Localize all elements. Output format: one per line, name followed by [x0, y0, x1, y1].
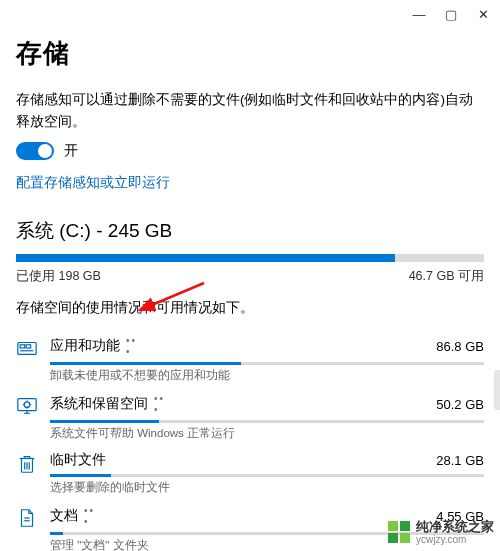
- svg-rect-1: [20, 345, 25, 348]
- category-bar: [50, 420, 484, 423]
- watermark: 纯净系统之家 ycwjzy.com: [388, 520, 494, 545]
- category-body: 临时文件28.1 GB选择要删除的临时文件: [50, 451, 484, 495]
- category-apps[interactable]: 应用和功能•• •86.8 GB卸载未使用或不想要的应用和功能: [16, 329, 484, 387]
- loading-dots-icon: •• •: [84, 505, 104, 527]
- category-bar-fill: [50, 420, 159, 423]
- drive-free-label: 46.7 GB 可用: [409, 268, 484, 285]
- storage-categories: 应用和功能•• •86.8 GB卸载未使用或不想要的应用和功能系统和保留空间••…: [16, 329, 484, 551]
- document-icon: [16, 507, 38, 529]
- category-subtext: 系统文件可帮助 Windows 正常运行: [50, 426, 484, 441]
- watermark-text: 纯净系统之家 ycwjzy.com: [416, 520, 494, 545]
- category-size: 28.1 GB: [436, 453, 484, 468]
- maximize-button[interactable]: ▢: [444, 7, 458, 21]
- drive-usage-bar: [16, 254, 484, 262]
- category-temp[interactable]: 临时文件28.1 GB选择要删除的临时文件: [16, 445, 484, 499]
- category-bar: [50, 474, 484, 477]
- drive-used-label: 已使用 198 GB: [16, 268, 101, 285]
- category-size: 86.8 GB: [436, 339, 484, 354]
- trash-icon: [16, 453, 38, 475]
- apps-icon: [16, 337, 38, 359]
- page-content: 存储 存储感知可以通过删除不需要的文件(例如临时文件和回收站中的内容)自动释放空…: [0, 36, 500, 551]
- loading-dots-icon: •• •: [154, 393, 174, 415]
- category-bar-fill: [50, 532, 63, 535]
- system-icon: [16, 395, 38, 417]
- usage-hint: 存储空间的使用情况和可用情况如下。: [16, 299, 484, 317]
- category-name: 应用和功能•• •: [50, 335, 146, 357]
- category-name-text: 应用和功能: [50, 337, 120, 355]
- watermark-line2: ycwjzy.com: [416, 534, 494, 545]
- storage-sense-description: 存储感知可以通过删除不需要的文件(例如临时文件和回收站中的内容)自动释放空间。: [16, 89, 484, 132]
- category-name-text: 临时文件: [50, 451, 106, 469]
- category-name: 文档•• •: [50, 505, 104, 527]
- category-name: 临时文件: [50, 451, 106, 469]
- category-subtext: 选择要删除的临时文件: [50, 480, 484, 495]
- minimize-button[interactable]: —: [412, 7, 426, 21]
- configure-storage-sense-link[interactable]: 配置存储感知或立即运行: [16, 174, 170, 192]
- category-bar: [50, 362, 484, 365]
- watermark-logo-icon: [388, 521, 410, 543]
- category-bar-fill: [50, 474, 111, 477]
- svg-rect-4: [18, 399, 36, 411]
- storage-sense-toggle-label: 开: [64, 142, 78, 160]
- svg-line-20: [140, 283, 204, 310]
- drive-title: 系统 (C:) - 245 GB: [16, 218, 484, 244]
- loading-dots-icon: •• •: [126, 335, 146, 357]
- window-titlebar: — ▢ ✕: [0, 0, 500, 28]
- annotation-arrow-icon: [128, 280, 208, 320]
- category-name: 系统和保留空间•• •: [50, 393, 174, 415]
- watermark-line1: 纯净系统之家: [416, 520, 494, 534]
- category-body: 系统和保留空间•• •50.2 GB系统文件可帮助 Windows 正常运行: [50, 393, 484, 441]
- category-subtext: 卸载未使用或不想要的应用和功能: [50, 368, 484, 383]
- page-title: 存储: [16, 36, 484, 71]
- category-body: 应用和功能•• •86.8 GB卸载未使用或不想要的应用和功能: [50, 335, 484, 383]
- category-name-text: 系统和保留空间: [50, 395, 148, 413]
- category-bar-fill: [50, 362, 241, 365]
- category-name-text: 文档: [50, 507, 78, 525]
- svg-rect-2: [26, 345, 31, 348]
- drive-usage-labels: 已使用 198 GB 46.7 GB 可用: [16, 268, 484, 285]
- drive-usage-bar-fill: [16, 254, 395, 262]
- storage-sense-toggle[interactable]: [16, 142, 54, 160]
- side-handle[interactable]: [494, 370, 500, 410]
- storage-sense-toggle-row: 开: [16, 142, 484, 160]
- svg-point-7: [24, 402, 30, 408]
- category-size: 50.2 GB: [436, 397, 484, 412]
- category-system[interactable]: 系统和保留空间•• •50.2 GB系统文件可帮助 Windows 正常运行: [16, 387, 484, 445]
- close-button[interactable]: ✕: [476, 7, 490, 21]
